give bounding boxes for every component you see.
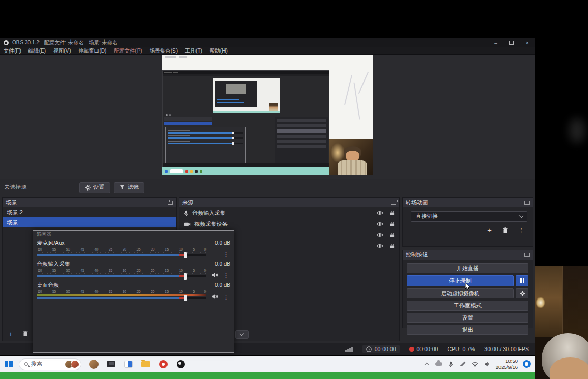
slider-handle[interactable] [184, 252, 187, 258]
preview-canvas[interactable] [162, 55, 373, 175]
mixer-expand-button[interactable] [235, 330, 249, 339]
notification-badge[interactable] [523, 360, 531, 368]
scenes-panel-footer: + [6, 330, 30, 338]
taskbar-app-photo[interactable] [88, 358, 100, 370]
source-row[interactable]: 音频输入采集 [179, 207, 399, 218]
source-filters-label: 滤镜 [128, 184, 139, 191]
transition-select[interactable]: 直接切换 [411, 211, 527, 222]
eye-icon[interactable] [376, 211, 384, 215]
scene-row-selected[interactable]: 场景 [3, 217, 176, 227]
volume-slider[interactable] [37, 275, 206, 277]
taskbar-app-explorer[interactable] [140, 358, 152, 370]
taskbar-search[interactable]: 搜索 [19, 358, 81, 370]
mixer-scale-label: -20 [150, 268, 154, 273]
pause-recording-button[interactable] [516, 275, 528, 286]
taskbar-app-record[interactable] [158, 358, 169, 370]
lock-icon[interactable] [390, 243, 395, 249]
source-properties-button[interactable]: 设置 [79, 182, 110, 193]
scene-row[interactable]: 场景 2 [3, 207, 176, 217]
tray-pen-icon[interactable] [459, 361, 467, 368]
menu-profile[interactable]: 配置文件(P) [110, 47, 145, 55]
mixer-title: 混音器 [33, 231, 234, 238]
popout-icon[interactable] [524, 253, 530, 257]
tray-clock[interactable]: 10:50 2025/9/16 [496, 358, 518, 370]
tray-cloud-icon[interactable] [435, 361, 443, 368]
stop-recording-button[interactable]: 停止录制 [407, 275, 514, 286]
eye-icon[interactable] [376, 222, 384, 226]
slider-handle[interactable] [184, 295, 187, 301]
add-transition-button[interactable]: + [484, 226, 495, 235]
search-icon [24, 362, 28, 366]
taskbar-app-blue[interactable] [123, 358, 134, 370]
start-button[interactable] [5, 361, 13, 368]
source-name: 视频采集设备 [194, 221, 228, 228]
settings-button[interactable]: 设置 [407, 313, 528, 323]
menu-scene-collection[interactable]: 场景集合(S) [146, 47, 181, 55]
menu-tools[interactable]: 工具(T) [181, 47, 206, 55]
start-streaming-button[interactable]: 开始直播 [407, 263, 528, 273]
sources-panel-header: 来源 [179, 198, 399, 207]
menu-help[interactable]: 帮助(H) [206, 47, 231, 55]
volume-slider[interactable] [37, 297, 206, 299]
transition-properties-button[interactable]: ⋮ [516, 226, 526, 235]
eye-icon[interactable] [376, 244, 384, 248]
sketch-line [358, 72, 369, 94]
speaker-icon[interactable] [211, 272, 218, 278]
tray-mic-icon[interactable] [447, 361, 455, 368]
channel-options-button[interactable]: ⋮ [223, 294, 229, 300]
taskbar-app-monitor[interactable] [105, 358, 117, 370]
channel-options-button[interactable]: ⋮ [223, 273, 229, 278]
remove-scene-button[interactable] [21, 330, 30, 338]
search-highlight-avatars [65, 360, 79, 368]
captured-taskbar-icon [165, 170, 168, 173]
popout-icon[interactable] [168, 201, 173, 205]
minimize-button[interactable]: – [488, 38, 504, 47]
remove-transition-button[interactable] [500, 226, 511, 235]
source-row[interactable]: 视频采集设备 [179, 218, 399, 230]
exit-button[interactable]: 退出 [407, 325, 528, 335]
menu-file[interactable]: 文件(F) [0, 47, 25, 55]
menu-view[interactable]: 视图(V) [50, 47, 74, 55]
studio-mode-button[interactable]: 工作室模式 [407, 301, 528, 311]
mixer-channel-db: 0.0 dB [215, 282, 230, 288]
maximize-button[interactable] [504, 38, 520, 47]
mixer-scale-label: -55 [51, 290, 56, 294]
record-time-item: 00:00:00 [409, 346, 438, 352]
tray-wifi-icon[interactable] [472, 361, 479, 368]
speaker-icon[interactable] [211, 294, 218, 300]
close-button[interactable]: × [520, 38, 535, 47]
menu-docks[interactable]: 停靠窗口(D) [74, 47, 110, 55]
virtual-camera-config-button[interactable] [516, 288, 528, 298]
source-filters-button[interactable]: 滤镜 [114, 182, 144, 193]
screen: OBS 30.1.2 - 配置文件: 未命名 - 场景: 未命名 – × 文件(… [0, 0, 588, 379]
channel-options-button[interactable]: ⋮ [223, 252, 229, 257]
popout-icon[interactable] [391, 201, 396, 205]
mixer-scale-label: -25 [135, 247, 140, 252]
slider-handle[interactable] [184, 273, 187, 280]
menubar: 文件(F) 编辑(E) 视图(V) 停靠窗口(D) 配置文件(P) 场景集合(S… [0, 47, 535, 55]
preview-region [0, 55, 535, 179]
volume-slider[interactable] [37, 254, 206, 256]
search-label: 搜索 [31, 360, 43, 368]
mixer-scale-label: -20 [150, 290, 154, 294]
stream-time: 00:00:00 [375, 346, 396, 352]
lock-icon[interactable] [390, 210, 395, 216]
lock-icon[interactable] [390, 221, 395, 227]
add-scene-button[interactable]: + [6, 330, 15, 338]
menu-edit[interactable]: 编辑(E) [25, 47, 50, 55]
captured-nested-meter [217, 99, 239, 100]
mixer-channel-name: 音频输入采集 [37, 261, 70, 268]
eye-icon[interactable] [376, 233, 384, 237]
photo-icon [89, 360, 99, 369]
virtual-camera-button[interactable]: 启动虚拟摄像机 [407, 288, 514, 298]
lock-icon[interactable] [390, 232, 395, 238]
tray-speaker-icon[interactable] [484, 361, 491, 368]
mixer-scale-label: -15 [164, 268, 169, 273]
source-toolbar: 未选择源 设置 滤镜 [0, 179, 535, 196]
tray-overflow-button[interactable] [423, 361, 430, 368]
chevron-down-icon [519, 213, 523, 217]
popout-icon[interactable] [524, 201, 530, 205]
taskbar-app-obs[interactable] [175, 358, 187, 370]
transitions-panel-header: 转场动画 [403, 198, 533, 207]
mixer-scale-label: -35 [107, 268, 112, 273]
